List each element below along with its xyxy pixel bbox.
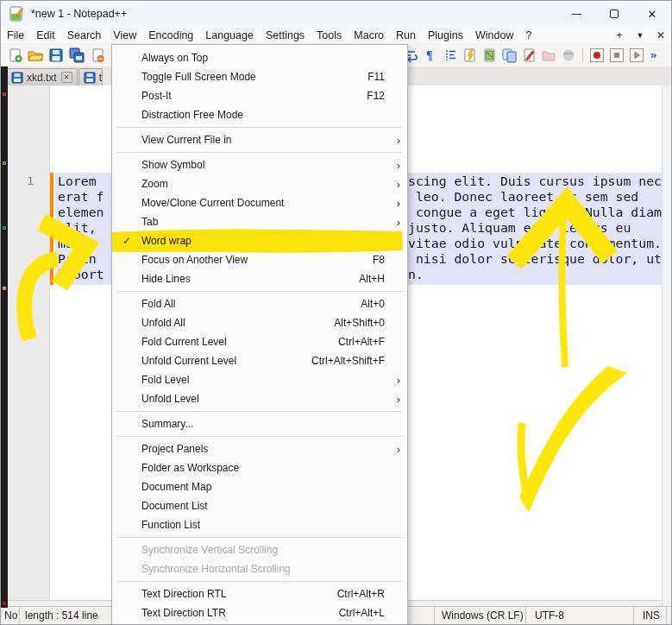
svg-text:»: » — [650, 48, 656, 61]
new-file-icon[interactable] — [5, 46, 24, 65]
menu-item-move-clone-current-document[interactable]: Move/Clone Current Document› — [112, 193, 407, 212]
code-line-right: justo. Aliquam eget lectus eu — [408, 220, 662, 236]
play-macro-icon[interactable] — [627, 46, 646, 65]
submenu-arrow-icon: › — [390, 374, 400, 387]
menubar-item-file[interactable]: File — [1, 28, 30, 43]
background-window-sliver — [1, 66, 8, 608]
menu-item-document-map[interactable]: Document Map — [112, 477, 407, 496]
menu-item-shortcut: F12 — [367, 90, 385, 102]
menubar-item-settings[interactable]: Settings — [260, 28, 311, 43]
menu-item-hide-lines[interactable]: Hide LinesAlt+H — [112, 269, 407, 288]
open-folder-icon[interactable] — [26, 46, 45, 65]
menu-item-word-wrap[interactable]: ✓Word wrap — [112, 231, 407, 250]
close-tab-button[interactable]: ✕ — [652, 29, 669, 41]
close-file-icon[interactable] — [88, 46, 107, 65]
monitor-icon[interactable] — [559, 46, 578, 65]
menu-item-text-direction-rtl[interactable]: Text Direction RTLCtrl+Alt+R — [112, 584, 407, 603]
save-icon[interactable] — [47, 46, 66, 65]
menu-item-fold-level[interactable]: Fold Level› — [112, 370, 407, 389]
menu-item-project-panels[interactable]: Project Panels› — [112, 439, 407, 458]
edit-marker-icon[interactable] — [519, 46, 538, 65]
menu-separator — [116, 152, 403, 153]
menubar-item-edit[interactable]: Edit — [30, 28, 61, 43]
menu-separator — [116, 537, 403, 538]
menu-item-summary[interactable]: Summary... — [112, 414, 407, 433]
menu-item-focus-on-another-view[interactable]: Focus on Another ViewF8 — [112, 250, 407, 269]
notepad-plus-plus-window: *new 1 - Notepad++ ✕ FileEditSearchViewE… — [0, 0, 672, 625]
pilcrow-icon[interactable]: ¶ — [420, 46, 439, 65]
menu-item-label: Move/Clone Current Document — [141, 197, 385, 209]
menu-item-synchronize-vertical-scrolling: Synchronize Vertical Scrolling — [112, 540, 407, 559]
submenu-arrow-icon: › — [390, 178, 400, 191]
maximize-icon — [610, 9, 619, 18]
menu-item-post-it[interactable]: Post-ItF12 — [112, 86, 407, 105]
code-line-left: Proin — [58, 251, 104, 267]
menubar-item-language[interactable]: Language — [199, 28, 260, 43]
menu-item-text-direction-ltr[interactable]: Text Direction LTRCtrl+Alt+L — [112, 603, 407, 622]
menu-separator — [116, 291, 403, 292]
document-map-icon[interactable] — [480, 46, 499, 65]
menu-item-label: Focus on Another View — [141, 254, 373, 266]
submenu-arrow-icon: › — [390, 443, 400, 456]
menubar-item-macro[interactable]: Macro — [348, 28, 390, 43]
menu-item-unfold-level[interactable]: Unfold Level› — [112, 389, 407, 408]
clone-document-icon[interactable] — [499, 46, 518, 65]
menu-item-fold-current-level[interactable]: Fold Current LevelCtrl+Alt+F — [112, 332, 407, 351]
tab-xkd-txt[interactable]: xkd.txt ✕ — [6, 68, 78, 85]
menu-item-label: Unfold Level — [141, 393, 385, 405]
document-text-left: Loremerat felemenelit,magnaProinlobort — [58, 174, 104, 282]
menu-item-label: Document Map — [141, 481, 385, 493]
indent-guide-icon[interactable] — [440, 46, 459, 65]
code-line-left: erat f — [58, 189, 104, 205]
menu-item-shortcut: Ctrl+Alt+Shift+F — [311, 355, 385, 367]
menu-item-folder-as-workspace[interactable]: Folder as Workspace — [112, 458, 407, 477]
menubar-item-plugins[interactable]: Plugins — [422, 28, 469, 43]
tab-truncated[interactable]: to — [79, 68, 103, 85]
minimize-button[interactable] — [557, 1, 595, 27]
submenu-arrow-icon: › — [390, 159, 400, 172]
menu-item-label: Text Direction LTR — [141, 607, 339, 619]
menubar-item-[interactable]: ? — [519, 28, 537, 43]
maximize-button[interactable] — [595, 1, 633, 27]
save-all-icon[interactable] — [67, 46, 86, 65]
vertical-scrollbar[interactable] — [662, 85, 671, 608]
menubar-item-run[interactable]: Run — [390, 28, 422, 43]
menu-item-show-symbol[interactable]: Show Symbol› — [112, 155, 407, 174]
menu-item-unfold-all[interactable]: Unfold AllAlt+Shift+0 — [112, 313, 407, 332]
stop-macro-icon[interactable] — [607, 46, 626, 65]
menu-item-shortcut: Ctrl+Alt+F — [338, 336, 385, 348]
view-dropdown-menu: Always on TopToggle Full Screen ModeF11P… — [111, 44, 408, 625]
new-tab-button[interactable]: + — [611, 29, 628, 41]
menu-item-unfold-current-level[interactable]: Unfold Current LevelCtrl+Alt+Shift+F — [112, 351, 407, 370]
menu-item-distraction-free-mode[interactable]: Distraction Free Mode — [112, 105, 407, 124]
menu-item-function-list[interactable]: Function List — [112, 515, 407, 534]
record-macro-icon[interactable] — [587, 46, 606, 65]
menu-item-label: Unfold Current Level — [141, 355, 311, 367]
menu-item-label: Synchronize Horizontal Scrolling — [141, 563, 385, 575]
tab-close-icon[interactable]: ✕ — [61, 72, 72, 83]
menu-item-label: Distraction Free Mode — [141, 109, 385, 121]
menubar-item-tools[interactable]: Tools — [311, 28, 348, 43]
document-text-right: scing elit. Duis cursus ipsum nec leo. D… — [408, 174, 662, 282]
menubar-item-search[interactable]: Search — [61, 28, 108, 43]
menubar-item-encoding[interactable]: Encoding — [142, 28, 199, 43]
menu-item-shortcut: F11 — [367, 71, 385, 83]
more-buttons-icon[interactable]: » — [647, 46, 666, 65]
menu-item-synchronize-horizontal-scrolling: Synchronize Horizontal Scrolling — [112, 559, 407, 578]
menubar-item-view[interactable]: View — [107, 28, 142, 43]
function-list-icon[interactable] — [460, 46, 479, 65]
menubar-item-window[interactable]: Window — [469, 28, 519, 43]
menu-item-toggle-full-screen-mode[interactable]: Toggle Full Screen ModeF11 — [112, 67, 407, 86]
menu-item-tab[interactable]: Tab› — [112, 212, 407, 231]
unsaved-change-marker — [50, 173, 53, 285]
folder-workspace-icon[interactable] — [539, 46, 558, 65]
code-line-right: nisi dolor scelerisque dolor, ut — [408, 251, 662, 267]
menu-item-view-current-file-in[interactable]: View Current File in› — [112, 130, 407, 149]
menu-item-fold-all[interactable]: Fold AllAlt+0 — [112, 294, 407, 313]
menu-item-document-list[interactable]: Document List — [112, 496, 407, 515]
tab-list-button[interactable]: ▼ — [631, 31, 649, 40]
menu-item-zoom[interactable]: Zoom› — [112, 174, 407, 193]
menu-item-always-on-top[interactable]: Always on Top — [112, 48, 407, 67]
close-button[interactable]: ✕ — [633, 1, 671, 27]
window-title: *new 1 - Notepad++ — [31, 8, 127, 20]
